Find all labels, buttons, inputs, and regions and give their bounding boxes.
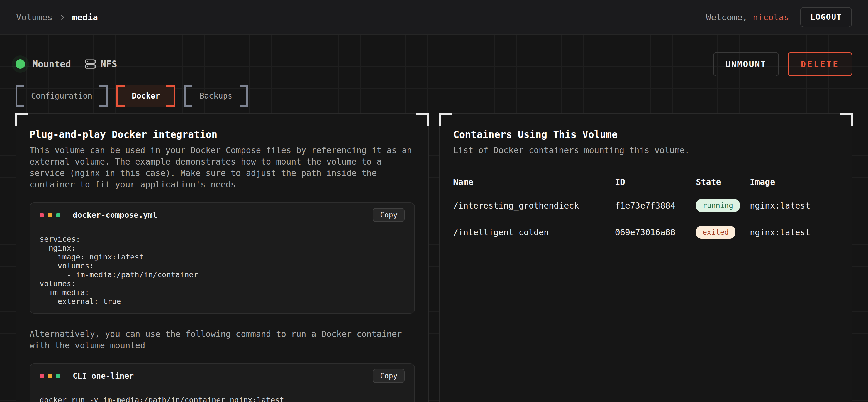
containers-panel: Containers Using This Volume List of Doc… <box>439 113 852 402</box>
panel-corner-icon <box>15 113 28 126</box>
panels-row: Plug-and-play Docker integration This vo… <box>16 113 852 402</box>
container-image: nginx:latest <box>750 219 838 245</box>
amber-dot-icon <box>48 374 52 378</box>
docker-integration-panel: Plug-and-play Docker integration This vo… <box>16 113 429 402</box>
table-row: /intelligent_colden 069e73016a88 exited … <box>453 219 838 245</box>
container-name: /interesting_grothendieck <box>453 192 615 219</box>
mounted-status-dot-icon <box>16 59 25 69</box>
volume-status-row: Mounted NFS UNMOUNT DELETE <box>16 52 852 76</box>
cli-code-header: CLI one-liner Copy <box>30 364 414 388</box>
cli-copy-button[interactable]: Copy <box>373 369 405 383</box>
compose-code-block: docker-compose.yml Copy services: nginx:… <box>30 202 415 314</box>
welcome-text: Welcome, nicolas <box>706 12 789 22</box>
breadcrumb: Volumes media <box>16 12 98 22</box>
compose-code-text: services: nginx: image: nginx:latest vol… <box>39 235 405 306</box>
delete-button[interactable]: DELETE <box>788 52 852 76</box>
col-header-id: ID <box>615 172 696 192</box>
breadcrumb-volumes-link[interactable]: Volumes <box>16 12 53 22</box>
compose-filename: docker-compose.yml <box>73 210 157 220</box>
tab-configuration[interactable]: Configuration <box>16 85 108 107</box>
amber-dot-icon <box>48 213 52 217</box>
red-dot-icon <box>39 213 44 217</box>
col-header-name: Name <box>453 172 615 192</box>
main-content: Mounted NFS UNMOUNT DELETE Configuration… <box>0 35 868 402</box>
table-header-row: Name ID State Image <box>453 172 838 192</box>
window-dots <box>39 213 60 217</box>
docker-panel-description: This volume can be used in your Docker C… <box>30 144 415 190</box>
containers-table-wrap: Name ID State Image /interesting_grothen… <box>453 172 838 245</box>
state-badge: exited <box>696 226 735 239</box>
volume-actions: UNMOUNT DELETE <box>713 52 852 76</box>
volume-status-group: Mounted NFS <box>16 58 117 70</box>
cli-intro-text: Alternatively, you can use the following… <box>30 328 415 351</box>
panel-corner-icon <box>416 113 429 126</box>
green-dot-icon <box>56 213 60 217</box>
docker-panel-title: Plug-and-play Docker integration <box>30 129 415 140</box>
logout-button[interactable]: LOGOUT <box>800 7 852 27</box>
red-dot-icon <box>39 374 44 378</box>
tab-bar: Configuration Docker Backups <box>16 85 852 107</box>
unmount-button[interactable]: UNMOUNT <box>713 52 779 76</box>
cli-code-block: CLI one-liner Copy docker run -v im-medi… <box>30 363 415 402</box>
mount-status-label: Mounted <box>32 59 71 70</box>
state-badge: running <box>696 199 740 212</box>
green-dot-icon <box>56 374 60 378</box>
cli-filename: CLI one-liner <box>73 371 134 380</box>
fs-type-label: NFS <box>100 59 117 70</box>
tab-docker[interactable]: Docker <box>116 85 176 107</box>
cli-code-body: docker run -v im-media:/path/in/containe… <box>30 388 414 402</box>
server-stack-icon <box>84 58 96 70</box>
container-state: running <box>696 192 750 219</box>
window-dots <box>39 374 60 378</box>
col-header-image: Image <box>750 172 838 192</box>
top-bar: Volumes media Welcome, nicolas LOGOUT <box>0 0 868 35</box>
compose-code-body: services: nginx: image: nginx:latest vol… <box>30 228 414 313</box>
username: nicolas <box>753 12 789 22</box>
container-state: exited <box>696 219 750 245</box>
compose-copy-button[interactable]: Copy <box>373 208 405 222</box>
table-row: /interesting_grothendieck f1e73e7f3884 r… <box>453 192 838 219</box>
compose-code-header: docker-compose.yml Copy <box>30 203 414 228</box>
cli-code-text: docker run -v im-media:/path/in/containe… <box>39 396 405 402</box>
container-image: nginx:latest <box>750 192 838 219</box>
containers-table: Name ID State Image /interesting_grothen… <box>453 172 838 245</box>
container-name: /intelligent_colden <box>453 219 615 245</box>
panel-corner-icon <box>439 113 452 126</box>
container-id: 069e73016a88 <box>615 219 696 245</box>
breadcrumb-current: media <box>72 12 98 22</box>
top-bar-right: Welcome, nicolas LOGOUT <box>706 7 852 27</box>
chevron-right-icon <box>58 13 67 22</box>
tab-backups[interactable]: Backups <box>184 85 248 107</box>
containers-panel-subtitle: List of Docker containers mounting this … <box>453 144 838 156</box>
container-id: f1e73e7f3884 <box>615 192 696 219</box>
col-header-state: State <box>696 172 750 192</box>
panel-corner-icon <box>840 113 853 126</box>
containers-panel-title: Containers Using This Volume <box>453 129 838 140</box>
fs-type-group: NFS <box>84 58 117 70</box>
